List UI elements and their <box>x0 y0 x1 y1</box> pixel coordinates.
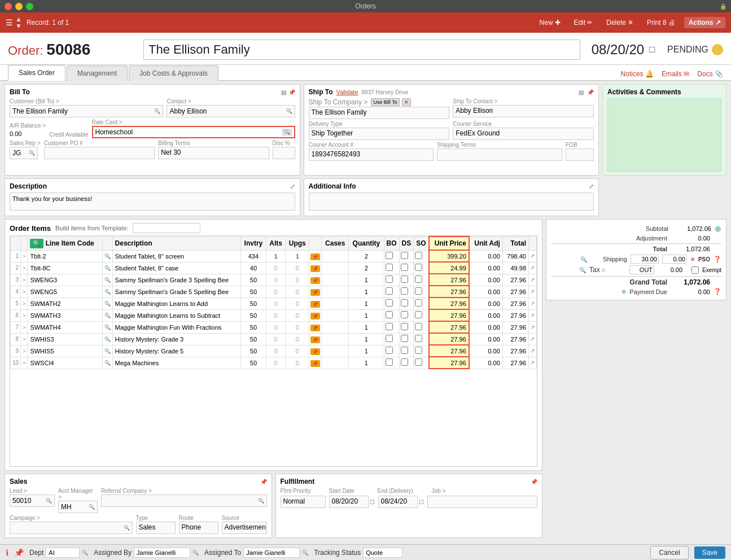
sales-pin-icon[interactable]: 📌 <box>260 479 267 485</box>
edit-button[interactable]: Edit ✏ <box>570 17 598 28</box>
pin-button[interactable]: 📌 <box>310 253 320 260</box>
row-bo[interactable] <box>384 309 399 321</box>
emails-link[interactable]: Emails ✉ <box>662 70 689 78</box>
code-search-icon[interactable]: 🔍 <box>102 345 112 357</box>
row-arrow[interactable]: > <box>21 262 28 274</box>
sales-rep-search-icon[interactable]: 🔍 <box>29 150 35 156</box>
calendar-icon[interactable]: ☐ <box>649 45 656 54</box>
row-ds[interactable] <box>399 357 414 369</box>
row-link-icon[interactable]: ↗ <box>529 250 537 262</box>
bo-checkbox[interactable] <box>386 275 393 283</box>
code-search-icon[interactable]: 🔍 <box>102 250 112 262</box>
ds-checkbox[interactable] <box>401 335 408 342</box>
row-arrow[interactable]: > <box>21 250 28 262</box>
acct-manager-search-icon[interactable]: 🔍 <box>89 504 95 510</box>
bo-checkbox[interactable] <box>386 323 393 330</box>
shipping-x-icon[interactable]: ✕ <box>690 256 695 262</box>
row-bo[interactable] <box>384 321 399 333</box>
assigned-by-input[interactable] <box>134 548 190 558</box>
campaign-input[interactable]: 🔍 <box>10 522 133 534</box>
fulfillment-pin-icon[interactable]: 📌 <box>531 479 537 485</box>
minimize-button[interactable] <box>15 3 23 10</box>
lead-input[interactable]: 50010 🔍 <box>10 495 55 507</box>
shipping-value-input[interactable] <box>631 255 659 264</box>
customer-po-input[interactable] <box>44 147 155 159</box>
bo-checkbox[interactable] <box>386 299 393 307</box>
pin-button[interactable]: 📌 <box>310 265 320 272</box>
bo-checkbox[interactable] <box>386 252 393 259</box>
dept-search-icon[interactable]: 🔍 <box>82 550 88 555</box>
row-so[interactable] <box>414 298 429 309</box>
row-so[interactable] <box>414 274 429 286</box>
bill-to-card-icon[interactable]: ▤ <box>281 89 286 95</box>
pin-button[interactable]: 📌 <box>310 277 320 284</box>
rate-card-search-icon[interactable]: 🔍 <box>282 129 292 135</box>
acct-manager-input[interactable]: MH 🔍 <box>58 501 98 513</box>
so-checkbox[interactable] <box>415 358 422 366</box>
ds-checkbox[interactable] <box>401 323 408 330</box>
pin-button[interactable]: 📌 <box>310 313 320 320</box>
row-so[interactable] <box>414 250 429 262</box>
type-input[interactable]: Sales <box>136 522 176 534</box>
items-search-button[interactable]: 🔍 <box>30 239 43 248</box>
referral-input[interactable]: 🔍 <box>101 495 267 507</box>
rate-card-input[interactable]: Homeschool 🔍 <box>92 126 295 138</box>
code-search-icon[interactable]: 🔍 <box>102 262 112 274</box>
ds-checkbox[interactable] <box>401 287 408 295</box>
actions-button[interactable]: Actions ↗ <box>684 17 725 28</box>
so-checkbox[interactable] <box>415 252 422 259</box>
so-checkbox[interactable] <box>415 311 422 318</box>
row-so[interactable] <box>414 357 429 369</box>
shipping-help-icon[interactable]: ❓ <box>714 256 721 263</box>
row-so[interactable] <box>414 333 429 345</box>
row-ds[interactable] <box>399 250 414 262</box>
row-pin[interactable]: 📌 <box>309 298 322 309</box>
row-so[interactable] <box>414 345 429 357</box>
row-arrow[interactable]: > <box>21 357 28 369</box>
bo-checkbox[interactable] <box>386 287 393 295</box>
contact-input[interactable]: Abby Ellison 🔍 <box>167 105 295 117</box>
courier-service-input[interactable]: FedEx Ground <box>453 128 594 140</box>
bo-checkbox[interactable] <box>386 347 393 354</box>
bo-checkbox[interactable] <box>386 335 393 342</box>
pin-button[interactable]: 📌 <box>310 325 320 331</box>
fob-input[interactable] <box>566 148 594 161</box>
row-link-icon[interactable]: ↗ <box>529 357 537 369</box>
row-link-icon[interactable]: ↗ <box>529 309 537 321</box>
row-arrow[interactable]: > <box>21 309 28 321</box>
desc-expand-icon[interactable]: ⤢ <box>290 183 295 190</box>
hamburger-menu[interactable]: ☰ <box>6 18 13 27</box>
row-ds[interactable] <box>399 321 414 333</box>
bo-checkbox[interactable] <box>386 311 393 318</box>
disc-input[interactable] <box>273 147 295 159</box>
use-bill-to-button[interactable]: Use Bill To <box>371 98 399 106</box>
so-checkbox[interactable] <box>415 347 422 354</box>
shipping-terms-input[interactable] <box>437 148 562 161</box>
record-nav-arrows[interactable]: ▲ ▼ <box>15 16 22 29</box>
add-subtotal-icon[interactable]: ⊕ <box>715 224 721 233</box>
source-input[interactable]: Advertisemen <box>222 522 267 534</box>
pin-button[interactable]: 📌 <box>310 360 320 367</box>
end-date-input[interactable]: 08/24/20 <box>378 496 418 508</box>
template-input[interactable] <box>133 223 200 233</box>
shipping-search-icon[interactable]: 🔍 <box>580 256 587 262</box>
row-pin[interactable]: 📌 <box>309 321 322 333</box>
dept-input[interactable] <box>46 548 80 558</box>
ds-checkbox[interactable] <box>401 347 408 354</box>
so-checkbox[interactable] <box>415 287 422 295</box>
campaign-search-icon[interactable]: 🔍 <box>124 525 130 531</box>
delivery-type-input[interactable]: Ship Together <box>309 128 450 140</box>
pin-button[interactable]: 📌 <box>310 289 320 296</box>
ship-to-card-icon[interactable]: ▤ <box>579 89 584 95</box>
row-bo[interactable] <box>384 357 399 369</box>
assigned-by-search-icon[interactable]: 🔍 <box>192 550 199 555</box>
info-icon[interactable]: ℹ <box>6 548 8 557</box>
customer-search-icon[interactable]: 🔍 <box>154 108 160 114</box>
so-checkbox[interactable] <box>415 335 422 342</box>
so-checkbox[interactable] <box>415 275 422 283</box>
row-so[interactable] <box>414 309 429 321</box>
row-bo[interactable] <box>384 298 399 309</box>
ds-checkbox[interactable] <box>401 252 408 259</box>
row-bo[interactable] <box>384 262 399 274</box>
start-date-input[interactable]: 08/20/20 <box>329 496 369 508</box>
